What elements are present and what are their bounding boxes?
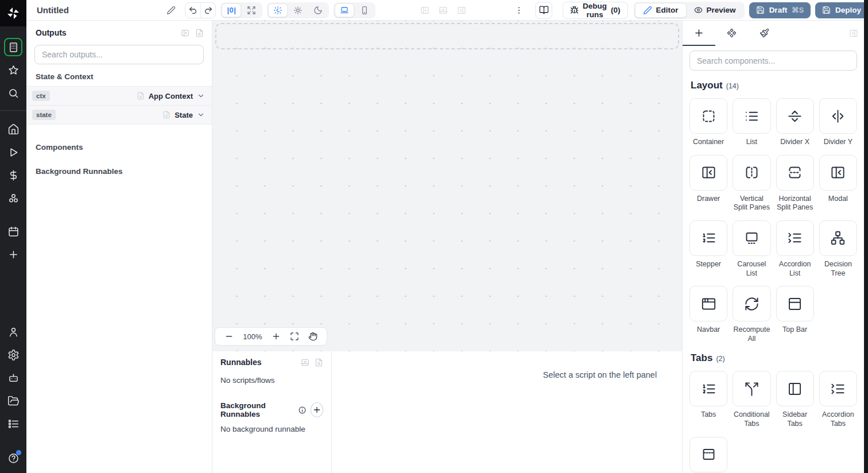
home-icon — [7, 123, 20, 135]
sidebar-item-create[interactable] — [4, 245, 22, 263]
component-card-divider-y[interactable] — [819, 98, 857, 134]
rename-title-button[interactable] — [166, 6, 176, 15]
play-icon — [7, 146, 20, 158]
background-runnables-empty-text: No background runnable — [220, 425, 323, 433]
debug-runs-button[interactable]: Debug runs (0) — [563, 2, 628, 19]
collapse-right-panel-icon[interactable] — [849, 29, 858, 38]
sidebar-item-apps[interactable] — [4, 38, 22, 56]
draft-button[interactable]: Draft ⌘S — [749, 2, 811, 18]
component-card-tabs[interactable] — [689, 371, 727, 406]
component-item-drawer: Drawer — [689, 155, 727, 212]
chevron-down-icon[interactable] — [197, 92, 205, 100]
component-card-horizontal-split-panes[interactable] — [776, 155, 814, 191]
more-menu-button[interactable] — [514, 6, 524, 15]
component-item-invisible-tabs — [689, 437, 727, 472]
pan-tool-button[interactable] — [308, 332, 317, 341]
component-card-stepper[interactable] — [689, 220, 727, 256]
windmill-logo[interactable] — [0, 0, 26, 26]
apps-icon — [7, 41, 20, 53]
component-card-modal[interactable] — [819, 155, 857, 191]
search-icon — [7, 87, 20, 99]
list-icon — [7, 418, 20, 430]
zoom-out-button[interactable] — [224, 332, 234, 341]
app-canvas[interactable]: 100% — [212, 21, 682, 351]
sidebar-item-variables[interactable] — [4, 166, 22, 184]
tab-component-settings[interactable] — [715, 21, 748, 46]
component-card-accordion-list[interactable] — [776, 220, 814, 256]
add-background-runnable-button[interactable] — [311, 402, 323, 417]
eye-icon — [694, 6, 703, 14]
section-header-tabs: Tabs(2) — [691, 352, 856, 364]
component-card-decision-tree[interactable] — [819, 220, 857, 256]
sidebar-item-home[interactable] — [4, 120, 22, 138]
mobile-view-button[interactable] — [355, 3, 374, 17]
redo-button[interactable] — [200, 3, 215, 18]
sidebar-item-schedules[interactable] — [4, 222, 22, 241]
docs-button[interactable] — [535, 2, 552, 19]
component-card-conditional-tabs[interactable] — [733, 371, 770, 406]
theme-auto-button[interactable] — [268, 3, 288, 17]
sidebar-item-workers[interactable] — [4, 369, 22, 387]
frame-icon — [290, 332, 299, 341]
component-card-recompute-all[interactable] — [733, 286, 770, 321]
desktop-view-button[interactable] — [335, 3, 354, 17]
canvas-dropzone[interactable] — [215, 23, 679, 49]
component-card-carousel-list[interactable] — [733, 220, 770, 256]
theme-dark-button[interactable] — [308, 3, 328, 17]
component-item-accordion-tabs: Accordion Tabs — [819, 371, 857, 428]
sidebar-item-folders[interactable] — [4, 391, 22, 410]
zoom-reset-label: |0| — [227, 6, 236, 14]
editor-label: Editor — [656, 6, 679, 14]
panel-left-close-icon[interactable] — [420, 6, 429, 15]
component-card-accordion-tabs[interactable] — [819, 371, 857, 406]
sidebar-item-search[interactable] — [4, 84, 22, 102]
component-card-list[interactable] — [733, 98, 770, 134]
component-card-divider-x[interactable] — [776, 98, 814, 134]
sidebar-item-runs[interactable] — [4, 143, 22, 161]
component-card-sidebar-tabs[interactable] — [776, 371, 814, 406]
kebab-menu-icon — [514, 6, 524, 15]
output-type-label: App Context — [149, 92, 193, 100]
zoom-reset-button[interactable]: |0| — [222, 3, 241, 17]
book-open-icon — [539, 5, 549, 15]
deploy-button[interactable]: Deploy — [815, 2, 868, 18]
sidebar-item-logs[interactable] — [4, 414, 22, 433]
tab-insert-component[interactable] — [683, 21, 715, 46]
fit-view-button[interactable] — [242, 3, 261, 17]
component-card-invisible-tabs[interactable] — [689, 437, 727, 472]
component-label: Conditional Tabs — [733, 410, 770, 428]
editor-tab[interactable]: Editor — [635, 3, 687, 18]
component-card-top-bar[interactable] — [776, 286, 814, 321]
help-button[interactable] — [4, 449, 22, 467]
fit-canvas-button[interactable] — [290, 332, 299, 341]
paintbrush-icon — [760, 28, 769, 38]
undo-button[interactable] — [185, 3, 200, 18]
component-card-container[interactable] — [689, 98, 727, 134]
file-text-icon[interactable] — [195, 29, 204, 37]
sidebar-item-settings[interactable] — [4, 346, 22, 364]
editor-preview-toggle: Editor Preview — [634, 2, 745, 19]
state-row-state[interactable]: stateState — [26, 106, 212, 125]
search-outputs-input[interactable] — [34, 45, 204, 64]
sidebar-item-resources[interactable] — [4, 189, 22, 207]
file-text-icon[interactable] — [315, 358, 323, 367]
panel-right-close-icon[interactable] — [457, 6, 466, 15]
state-row-ctx[interactable]: ctxApp Context — [26, 87, 212, 106]
panel-bottom-close-icon[interactable] — [439, 6, 448, 15]
preview-tab[interactable]: Preview — [687, 3, 743, 18]
theme-light-button[interactable] — [288, 3, 308, 17]
chevron-down-icon[interactable] — [197, 111, 205, 119]
sidebar-item-favorites[interactable] — [4, 61, 22, 79]
sun-moon-icon — [273, 6, 282, 15]
vertical-split-icon — [744, 165, 760, 180]
zoom-in-button[interactable] — [272, 332, 281, 341]
sidebar-item-users[interactable] — [4, 323, 22, 341]
app-root: Untitled |0| Debug runs — [0, 0, 868, 473]
component-card-vertical-split-panes[interactable] — [733, 155, 770, 191]
tab-styling[interactable] — [748, 21, 781, 46]
component-card-navbar[interactable] — [689, 286, 727, 321]
search-components-input[interactable] — [689, 51, 857, 71]
collapse-outputs-icon[interactable] — [181, 29, 189, 37]
component-card-drawer[interactable] — [689, 155, 727, 191]
collapse-runnables-icon[interactable] — [301, 358, 309, 367]
